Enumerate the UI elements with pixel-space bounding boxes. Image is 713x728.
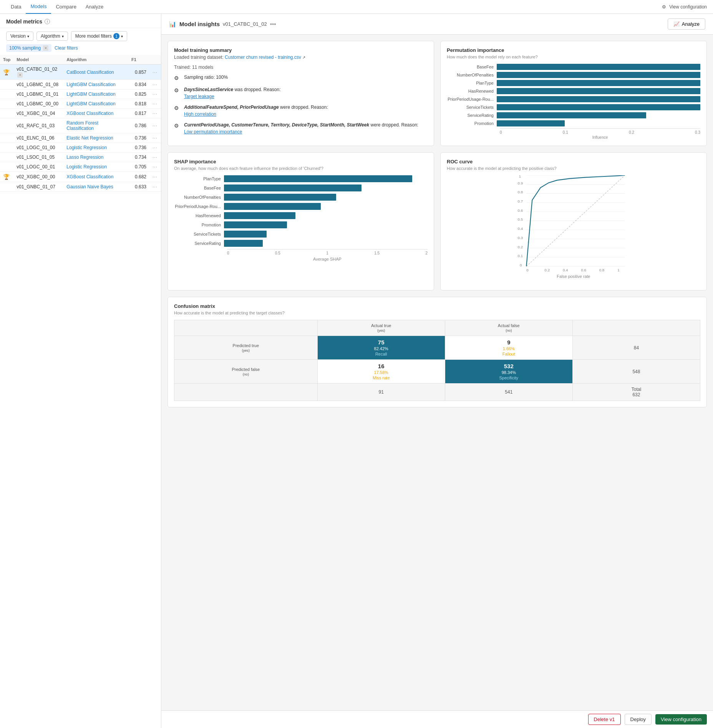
- delete-button[interactable]: Delete v1: [588, 714, 621, 725]
- model-actions-cell: ···: [149, 90, 161, 99]
- algorithm-link[interactable]: LightGBM Classification: [66, 101, 115, 106]
- table-row[interactable]: v01_XGBC_01_04XGBoost Classification0.81…: [0, 109, 161, 118]
- right-panel: 📊 Model insights v01_CATBC_01_02 ••• 📈 A…: [161, 14, 713, 728]
- table-row[interactable]: v01_GNBC_01_07Gaussian Naive Bayes0.633·…: [0, 182, 161, 192]
- table-row[interactable]: v01_ELNC_01_06Elastic Net Regression0.73…: [0, 133, 161, 143]
- table-row[interactable]: v01_LOGC_00_01Logistic Regression0.705··…: [0, 162, 161, 172]
- model-more-options[interactable]: ···: [153, 82, 158, 87]
- dropped-icon: ⚙: [174, 86, 181, 95]
- permutation-importance-card: Permutation importance How much does the…: [440, 41, 707, 146]
- algorithm-link[interactable]: Lasso Regression: [66, 155, 103, 160]
- table-row[interactable]: v01_LGBMC_00_00LightGBM Classification0.…: [0, 99, 161, 109]
- cm-false-negative: 16 17.58% Miss rate: [317, 360, 445, 384]
- algorithm-cell: Lasso Regression: [63, 153, 128, 162]
- svg-text:1: 1: [617, 268, 619, 272]
- shap-title: SHAP importance: [174, 159, 428, 165]
- shap-feature-label: Promotion: [174, 223, 224, 227]
- algorithm-link[interactable]: Elastic Net Regression: [66, 135, 113, 141]
- nav-compare[interactable]: Compare: [51, 0, 81, 14]
- filter-row: Version ▾ Algorithm ▾ More model filters…: [0, 28, 161, 44]
- shap-bar: [224, 194, 336, 201]
- perm-feature-label: NumberOfPenalties: [447, 73, 497, 77]
- remove-sampling-filter[interactable]: ×: [43, 45, 48, 51]
- algorithm-link[interactable]: Gaussian Naive Bayes: [66, 184, 113, 189]
- low-perm-link[interactable]: Low permutation importance: [184, 128, 418, 135]
- roc-svg: 0 0.1 0.2 0.3 0.4 0.5 0.6 0.7 0.8 0.9 1 …: [447, 175, 700, 283]
- perm-feature-label: PlanType: [447, 81, 497, 85]
- remove-model-icon[interactable]: ×: [17, 72, 23, 78]
- table-row[interactable]: 🏆v01_CATBC_01_02 ×CatBoost Classificatio…: [0, 65, 161, 80]
- f1-value-cell: 0.633: [128, 182, 149, 192]
- info-icon[interactable]: i: [45, 19, 50, 24]
- model-more-options[interactable]: ···: [153, 135, 158, 141]
- target-leakage-link[interactable]: Target leakage: [184, 93, 281, 100]
- model-name-cell: v01_LSOC_01_05: [13, 153, 63, 162]
- analyze-icon: 📈: [673, 21, 680, 27]
- model-more-options[interactable]: ···: [153, 123, 158, 128]
- table-row[interactable]: v01_LOGC_01_00Logistic Regression0.736··…: [0, 143, 161, 153]
- view-configuration-button[interactable]: View configuration: [655, 714, 707, 725]
- model-more-options[interactable]: ···: [153, 101, 158, 106]
- model-more-options[interactable]: ···: [153, 174, 158, 180]
- more-filters-button[interactable]: More model filters 1 ▾: [71, 31, 127, 41]
- col-f1-header: F1: [128, 55, 149, 65]
- analyze-button[interactable]: 📈 Analyze: [668, 18, 705, 30]
- version-filter[interactable]: Version ▾: [6, 32, 33, 41]
- bottom-bar: Delete v1 Deploy View configuration: [161, 710, 713, 728]
- model-name: v01_LSOC_01_05: [17, 155, 55, 160]
- cm-actual-false-header: Actual false(no): [445, 320, 572, 336]
- model-more-options[interactable]: ···: [153, 70, 158, 75]
- table-row[interactable]: v01_LGBMC_01_01LightGBM Classification0.…: [0, 90, 161, 99]
- algorithm-link[interactable]: Random Forest Classification: [66, 120, 98, 131]
- dataset-link[interactable]: Customer churn revised - training.csv: [225, 55, 301, 60]
- col-algo-header: Algorithm: [63, 55, 128, 65]
- algorithm-link[interactable]: LightGBM Classification: [66, 91, 115, 97]
- nav-data[interactable]: Data: [6, 0, 26, 14]
- deploy-button[interactable]: Deploy: [625, 714, 652, 725]
- top-model-icon: 🏆: [3, 69, 10, 75]
- clear-filters-button[interactable]: Clear filters: [55, 45, 78, 51]
- svg-text:0.8: 0.8: [518, 190, 523, 194]
- model-more-options[interactable]: ···: [153, 111, 158, 116]
- high-correlation-link[interactable]: High correlation: [184, 111, 328, 118]
- svg-text:0.6: 0.6: [581, 268, 586, 272]
- svg-text:0.6: 0.6: [518, 208, 523, 213]
- model-name-cell: v01_RAFC_01_03: [13, 118, 63, 133]
- model-more-options[interactable]: ···: [153, 91, 158, 97]
- table-row[interactable]: v01_RAFC_01_03Random Forest Classificati…: [0, 118, 161, 133]
- shap-bar: [224, 184, 361, 191]
- nav-analyze[interactable]: Analyze: [81, 0, 108, 14]
- algorithm-filter[interactable]: Algorithm ▾: [36, 32, 68, 41]
- algorithm-link[interactable]: XGBoost Classification: [66, 111, 113, 116]
- nav-models[interactable]: Models: [26, 0, 51, 14]
- algorithm-link[interactable]: Logistic Regression: [66, 145, 107, 150]
- model-top-cell: [0, 182, 13, 192]
- svg-text:False positive rate: False positive rate: [557, 274, 590, 279]
- table-row[interactable]: 🏆v02_XGBC_00_00XGBoost Classification0.6…: [0, 172, 161, 182]
- table-row[interactable]: v01_LGBMC_01_08LightGBM Classification0.…: [0, 80, 161, 90]
- more-options-icon[interactable]: •••: [270, 21, 276, 27]
- model-actions-cell: ···: [149, 65, 161, 80]
- model-more-options[interactable]: ···: [153, 145, 158, 150]
- algorithm-link[interactable]: LightGBM Classification: [66, 82, 115, 87]
- model-more-options[interactable]: ···: [153, 184, 158, 189]
- training-item-3: ⚙ AdditionalFeatureSpend, PriorPeriodUsa…: [174, 104, 428, 118]
- algorithm-cell: Gaussian Naive Bayes: [63, 182, 128, 192]
- model-more-options[interactable]: ···: [153, 164, 158, 170]
- algorithm-link[interactable]: Logistic Regression: [66, 164, 107, 170]
- left-panel: Model metrics i Version ▾ Algorithm ▾ Mo…: [0, 14, 161, 728]
- view-config-nav[interactable]: ⚙ View configuration: [662, 4, 707, 10]
- model-more-options[interactable]: ···: [153, 155, 158, 160]
- algorithm-link[interactable]: CatBoost Classification: [66, 70, 114, 75]
- algorithm-link[interactable]: XGBoost Classification: [66, 174, 113, 180]
- svg-text:0: 0: [520, 263, 522, 267]
- model-top-cell: [0, 133, 13, 143]
- table-row[interactable]: v01_LSOC_01_05Lasso Regression0.734···: [0, 153, 161, 162]
- cm-title: Confusion matrix: [174, 303, 700, 309]
- cm-true-negative: 532 98.34% Specificity: [445, 360, 572, 384]
- perm-bar-container: [497, 88, 700, 94]
- svg-text:0.7: 0.7: [518, 199, 523, 203]
- perm-chart-row: ServiceTickets: [447, 104, 700, 110]
- cm-corner: [572, 320, 700, 336]
- perm-bar: [497, 72, 700, 78]
